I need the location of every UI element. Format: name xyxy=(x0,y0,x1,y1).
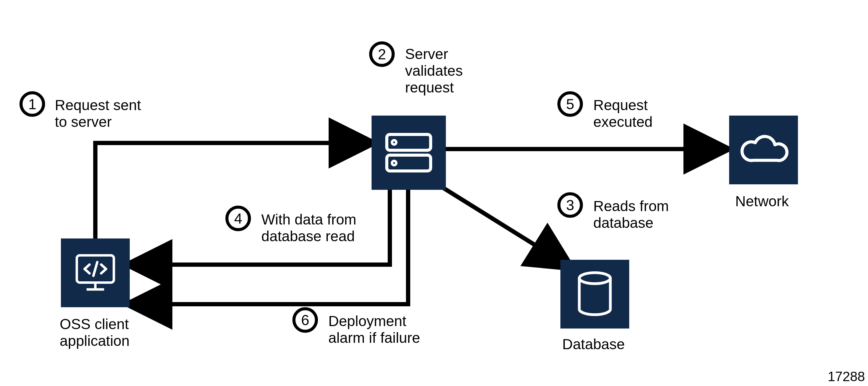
svg-point-7 xyxy=(392,161,396,165)
step-badge-1: 1 xyxy=(20,91,45,117)
node-network xyxy=(729,115,798,184)
cloud-icon xyxy=(738,127,789,173)
step-text-2: Server validates request xyxy=(405,46,463,96)
node-client-label: OSS client application xyxy=(60,316,130,349)
step-text-6: Deployment alarm if failure xyxy=(328,313,420,346)
node-client xyxy=(61,239,130,307)
code-monitor-icon xyxy=(71,248,120,297)
server-icon xyxy=(378,122,439,183)
step-text-5: Request executed xyxy=(593,97,653,130)
step-text-4: With data from database read xyxy=(261,211,356,245)
svg-rect-4 xyxy=(387,135,431,150)
document-id: 17288 xyxy=(828,369,865,384)
node-database xyxy=(560,260,629,328)
step-badge-6: 6 xyxy=(292,307,318,333)
step-badge-4: 4 xyxy=(225,206,251,231)
node-server xyxy=(372,115,446,190)
step-badge-2: 2 xyxy=(369,41,395,67)
step-badge-3: 3 xyxy=(557,192,583,218)
svg-line-3 xyxy=(93,262,97,276)
arrow-step-3 xyxy=(437,184,566,265)
node-database-label: Database xyxy=(562,336,625,353)
svg-point-5 xyxy=(392,140,396,144)
node-network-label: Network xyxy=(735,193,789,210)
diagram-canvas: OSS client application Database Network … xyxy=(0,0,868,386)
step-text-3: Reads from database xyxy=(593,198,669,231)
svg-rect-6 xyxy=(387,155,431,171)
step-text-1: Request sent to server xyxy=(55,97,141,130)
svg-point-8 xyxy=(579,273,610,284)
step-badge-5: 5 xyxy=(557,91,583,117)
arrow-step-6 xyxy=(134,188,408,304)
database-icon xyxy=(572,268,618,320)
